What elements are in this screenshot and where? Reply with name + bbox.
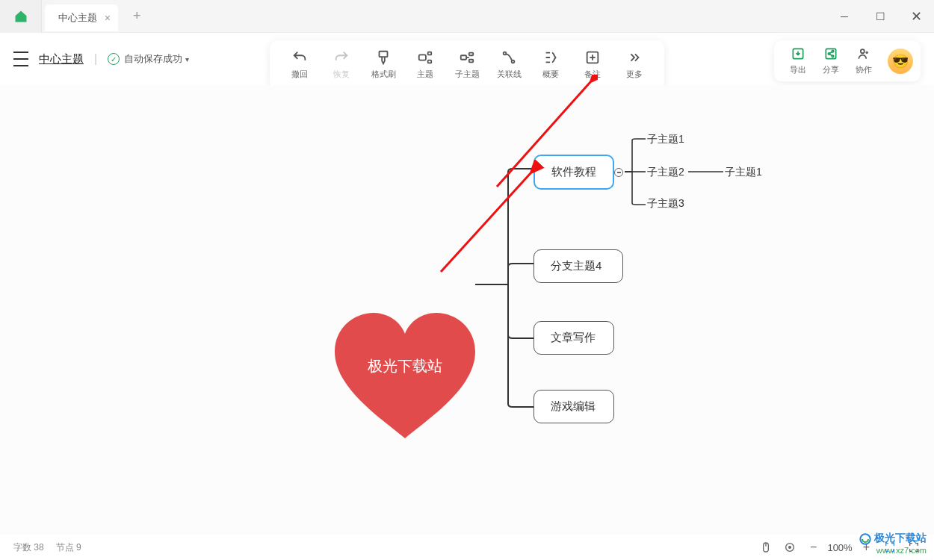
svg-rect-6 xyxy=(469,60,474,63)
redo-button[interactable]: 恢复 xyxy=(321,46,362,83)
save-status[interactable]: ✓ 自动保存成功 ▾ xyxy=(108,52,189,66)
add-tab-button[interactable]: + xyxy=(127,8,147,24)
sub-1-label: 子主题1 xyxy=(647,133,684,145)
svg-rect-1 xyxy=(419,55,426,60)
words-value: 38 xyxy=(34,542,43,553)
sub-3-label: 子主题3 xyxy=(647,197,684,209)
collab-label: 协作 xyxy=(856,64,872,75)
redo-label: 恢复 xyxy=(333,69,350,80)
tab-close-icon[interactable]: × xyxy=(105,12,111,24)
nodes-label: 节点 xyxy=(56,542,74,553)
branch-node-4[interactable]: 游戏编辑 xyxy=(534,390,614,423)
home-icon xyxy=(13,9,28,24)
svg-rect-0 xyxy=(380,52,388,57)
minimize-button[interactable]: ─ xyxy=(826,0,862,33)
relation-icon xyxy=(501,49,517,66)
center-label: 极光下载站 xyxy=(368,355,442,376)
undo-icon xyxy=(291,49,308,66)
more-label: 更多 xyxy=(626,69,643,80)
collab-icon xyxy=(856,46,871,61)
subtopic-icon xyxy=(459,49,475,66)
relation-label: 关联线 xyxy=(497,69,522,80)
branch-1-label: 软件教程 xyxy=(551,165,596,178)
share-label: 分享 xyxy=(823,64,839,75)
branch-node-1[interactable]: 软件教程 xyxy=(534,155,614,190)
check-icon: ✓ xyxy=(108,53,120,65)
node-count: 节点 9 xyxy=(56,541,81,554)
topic-label: 主题 xyxy=(417,69,433,80)
more-button[interactable]: 更多 xyxy=(613,46,655,83)
svg-rect-2 xyxy=(428,52,432,55)
sub-2-label: 子主题2 xyxy=(647,166,684,178)
note-icon xyxy=(584,49,601,66)
format-brush-button[interactable]: 格式刷 xyxy=(362,46,404,83)
sub-node-3[interactable]: 子主题3 xyxy=(647,197,684,211)
branch-3-label: 文章写作 xyxy=(551,331,596,343)
watermark-icon xyxy=(859,533,871,545)
statusbar: 字数 38 节点 9 − 100% + xyxy=(0,535,934,560)
window-controls: ─ ☐ ✕ xyxy=(826,0,934,33)
branch-2-label: 分支主题4 xyxy=(551,259,601,272)
mouse-mode-icon[interactable] xyxy=(759,541,773,554)
topic-button[interactable]: 主题 xyxy=(404,46,446,83)
center-node[interactable]: 极光下载站 xyxy=(335,313,475,438)
export-button[interactable]: 导出 xyxy=(782,46,814,75)
tab-label: 中心主题 xyxy=(58,11,97,25)
maximize-button[interactable]: ☐ xyxy=(862,0,898,33)
undo-button[interactable]: 撤回 xyxy=(279,46,321,83)
collab-button[interactable]: 协作 xyxy=(847,46,880,75)
divider: | xyxy=(94,52,97,66)
watermark-line2: www.xz7.com xyxy=(859,545,927,556)
svg-point-34 xyxy=(789,547,791,549)
export-label: 导出 xyxy=(790,64,806,75)
brush-icon xyxy=(375,49,392,66)
relation-button[interactable]: 关联线 xyxy=(488,46,530,83)
close-button[interactable]: ✕ xyxy=(898,0,934,33)
zoom-out-button[interactable]: − xyxy=(807,541,820,554)
note-label: 备注 xyxy=(584,69,601,80)
undo-label: 撤回 xyxy=(291,69,308,80)
zoom-value[interactable]: 100% xyxy=(827,542,852,553)
share-button[interactable]: 分享 xyxy=(814,46,847,75)
svg-line-30 xyxy=(441,173,531,272)
connectors xyxy=(0,85,934,535)
document-title[interactable]: 中心主题 xyxy=(39,52,84,66)
words-label: 字数 xyxy=(13,542,31,553)
subtopic-button[interactable]: 子主题 xyxy=(446,46,488,83)
document-tab[interactable]: 中心主题 × xyxy=(45,4,118,31)
sub-node-2[interactable]: 子主题2 xyxy=(647,166,684,179)
branch-node-3[interactable]: 文章写作 xyxy=(534,321,614,355)
save-status-label: 自动保存成功 xyxy=(124,52,182,66)
topic-icon xyxy=(417,49,433,66)
home-tab[interactable] xyxy=(0,0,42,33)
right-actions: 导出 分享 协作 😎 xyxy=(774,40,921,81)
expand-handle[interactable] xyxy=(614,168,623,177)
sub2-child-node[interactable]: 子主题1 xyxy=(725,166,762,179)
main-toolbar: 撤回 恢复 格式刷 主题 子主题 关联线 概要 备注 更多 xyxy=(270,40,664,89)
redo-icon xyxy=(333,49,350,66)
branch-node-2[interactable]: 分支主题4 xyxy=(534,249,623,283)
sub2-child-label: 子主题1 xyxy=(725,166,762,178)
caret-down-icon: ▾ xyxy=(185,55,189,63)
word-count: 字数 38 xyxy=(13,541,44,554)
target-icon[interactable] xyxy=(783,541,797,554)
titlebar: 中心主题 × + ─ ☐ ✕ xyxy=(0,0,934,33)
watermark: 极光下载站 www.xz7.com xyxy=(859,531,927,556)
summary-label: 概要 xyxy=(542,69,559,80)
svg-point-17 xyxy=(861,49,865,53)
format-brush-label: 格式刷 xyxy=(371,69,396,80)
menu-button[interactable] xyxy=(13,52,28,66)
canvas-area[interactable]: 极光下载站 软件教程 分支主题4 文章写作 游戏编辑 子主题1 子主题2 子主题… xyxy=(0,85,934,535)
sub-node-1[interactable]: 子主题1 xyxy=(647,133,684,146)
share-icon xyxy=(823,46,838,61)
svg-rect-5 xyxy=(469,53,474,56)
nodes-value: 9 xyxy=(76,542,81,553)
subtopic-label: 子主题 xyxy=(455,69,480,80)
more-icon xyxy=(626,49,643,66)
branch-4-label: 游戏编辑 xyxy=(551,399,596,412)
user-avatar[interactable]: 😎 xyxy=(888,49,913,74)
annotation-arrow-2 xyxy=(418,160,545,287)
svg-point-7 xyxy=(504,52,507,55)
summary-button[interactable]: 概要 xyxy=(530,46,572,83)
note-button[interactable]: 备注 xyxy=(572,46,613,83)
